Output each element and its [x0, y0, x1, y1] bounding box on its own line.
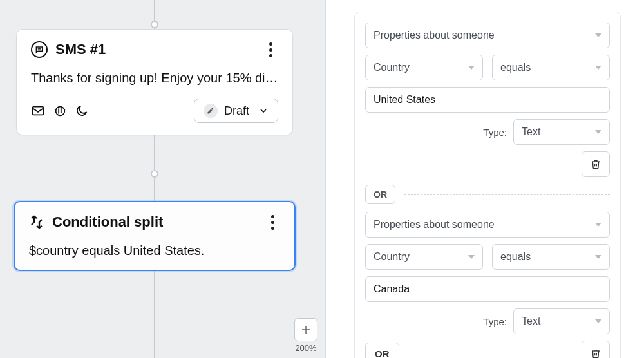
type-label: Type: — [483, 316, 507, 327]
property-select[interactable]: Country — [365, 55, 483, 80]
zoom-percent: 200% — [294, 343, 317, 353]
delete-condition-button[interactable] — [582, 151, 610, 177]
category-select[interactable]: Properties about someone — [365, 23, 610, 48]
property-select[interactable]: Country — [365, 244, 483, 270]
caret-down-icon — [595, 33, 601, 37]
operator-select[interactable]: equals — [492, 244, 610, 270]
status-dropdown[interactable]: Draft — [194, 99, 278, 123]
or-divider: OR — [365, 185, 610, 204]
or-label: OR — [365, 185, 395, 204]
edit-icon — [204, 104, 218, 118]
value-input[interactable] — [365, 87, 610, 113]
caret-down-icon — [595, 319, 601, 323]
sms-preview-text: Thanks for signing up! Enjoy your 15% di… — [31, 71, 278, 86]
node-menu-button[interactable] — [265, 215, 280, 230]
condition-group: Properties about someone Country equals … — [354, 12, 621, 358]
type-select[interactable]: Text — [513, 119, 610, 145]
flow-node-sms[interactable]: SMS #1 Thanks for signing up! Enjoy your… — [16, 29, 293, 135]
caret-down-icon — [468, 255, 475, 259]
caret-down-icon — [595, 255, 601, 259]
type-select[interactable]: Text — [513, 308, 610, 334]
type-label: Type: — [483, 127, 507, 138]
node-title: Conditional split — [52, 214, 257, 231]
operator-select[interactable]: equals — [492, 55, 610, 80]
flow-canvas[interactable]: SMS #1 Thanks for signing up! Enjoy your… — [0, 0, 325, 358]
svg-rect-1 — [33, 107, 44, 115]
flow-connector-dot — [151, 21, 158, 28]
delete-condition-button[interactable] — [582, 341, 610, 358]
value-input[interactable] — [365, 276, 610, 302]
chevron-down-icon — [258, 106, 269, 116]
status-label: Draft — [224, 104, 249, 118]
caret-down-icon — [595, 130, 601, 134]
flow-node-conditional-split[interactable]: Conditional split $country equals United… — [14, 201, 296, 271]
flow-connector-dot — [151, 170, 158, 178]
node-menu-button[interactable] — [263, 42, 278, 57]
condition-editor-panel: Properties about someone Country equals … — [325, 0, 644, 358]
split-summary: $country equals United States. — [29, 243, 280, 258]
caret-down-icon — [468, 66, 475, 70]
node-title: SMS #1 — [55, 41, 255, 58]
zoom-controls: 200% — [294, 318, 317, 353]
node-badge-icons — [31, 104, 89, 118]
caret-down-icon — [595, 66, 601, 70]
add-or-button[interactable]: OR — [365, 343, 399, 359]
quiet-hours-icon — [75, 104, 89, 118]
attachment-icon — [53, 104, 67, 118]
split-icon — [29, 214, 44, 230]
caret-down-icon — [595, 223, 601, 227]
open-tracking-icon — [31, 104, 45, 118]
zoom-in-button[interactable] — [294, 318, 317, 341]
category-select[interactable]: Properties about someone — [365, 212, 610, 238]
sms-icon — [31, 41, 48, 58]
